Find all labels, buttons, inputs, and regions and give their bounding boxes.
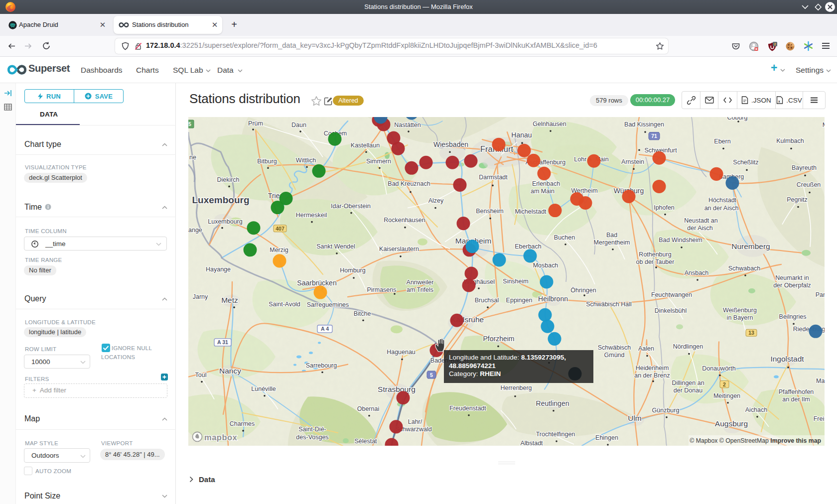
svg-text:Merzig: Merzig (270, 247, 288, 253)
svg-text:am Trifels: am Trifels (407, 286, 433, 293)
svg-text:Neumarkt in: Neumarkt in (775, 274, 809, 281)
svg-text:ne: ne (189, 154, 196, 161)
svg-text:Pirmasens: Pirmasens (367, 286, 397, 293)
svg-text:Heidenheim: Heidenheim (636, 365, 669, 372)
svg-text:Wiesbaden: Wiesbaden (433, 140, 468, 148)
svg-text:Hermeskeil: Hermeskeil (296, 212, 327, 219)
svg-text:Heilbronn: Heilbronn (538, 295, 568, 303)
svg-text:der Aisch: der Aisch (687, 225, 712, 232)
svg-text:Eppingen: Eppingen (506, 297, 533, 304)
svg-text:Strasbourg: Strasbourg (378, 385, 416, 393)
svg-text:Metz: Metz (221, 296, 238, 304)
svg-text:Mergentheim: Mergentheim (594, 239, 630, 246)
svg-text:Homburg: Homburg (340, 267, 365, 274)
svg-text:Trochtelfingen: Trochtelfingen (536, 431, 575, 438)
svg-text:Obernai: Obernai (357, 405, 379, 412)
svg-text:Lahr/: Lahr/ (408, 418, 422, 425)
svg-text:Günzburg: Günzburg (652, 407, 680, 414)
svg-text:Buchen: Buchen (554, 234, 575, 241)
svg-text:Haguenau: Haguenau (387, 349, 416, 356)
svg-text:an der Aisch: an der Aisch (704, 205, 739, 212)
svg-text:Sankt Wendel: Sankt Wendel (316, 243, 355, 250)
svg-text:Lunéville: Lunéville (251, 385, 276, 392)
svg-text:Nastätten: Nastätten (394, 122, 420, 128)
svg-text:Idar-Oberstein: Idar-Oberstein (331, 203, 371, 210)
svg-text:Bruchsal: Bruchsal (475, 297, 499, 304)
svg-text:Ansbach: Ansbach (685, 269, 709, 276)
svg-text:Ingolstadt: Ingolstadt (770, 355, 804, 363)
svg-text:Bad Windsheim: Bad Windsheim (659, 237, 702, 244)
svg-text:ob der Tauber: ob der Tauber (636, 258, 675, 265)
svg-text:Meitingen: Meitingen (713, 392, 740, 399)
svg-text:Gmünd: Gmünd (604, 352, 625, 359)
svg-text:Prüm: Prüm (248, 120, 263, 127)
svg-text:Herrenberg: Herrenberg (500, 384, 532, 391)
svg-text:Iphofen: Iphofen (654, 204, 675, 211)
svg-text:an der Ilm: an der Ilm (782, 396, 810, 403)
svg-text:des-Vosges: des-Vosges (296, 434, 328, 441)
svg-text:Erlenbach: Erlenbach (532, 180, 560, 187)
svg-text:Bad Kissingen: Bad Kissingen (624, 121, 664, 128)
svg-text:5: 5 (430, 372, 433, 378)
svg-text:Bitburg: Bitburg (257, 158, 277, 165)
svg-text:Creußen: Creußen (797, 181, 821, 188)
svg-text:Darmstadt: Darmstadt (479, 174, 508, 181)
svg-text:Pfaffenhofen: Pfaffenhofen (779, 388, 814, 395)
svg-text:Arnstein: Arnstein (621, 158, 644, 165)
svg-text:Rothenburg: Rothenburg (639, 251, 671, 258)
svg-text:Gelnhausen: Gelnhausen (533, 121, 566, 127)
svg-text:Scheßlitz: Scheßlitz (733, 159, 758, 166)
svg-text:2: 2 (774, 42, 776, 46)
svg-text:Schwäbisch: Schwäbisch (598, 344, 631, 351)
svg-text:Bayreuth: Bayreuth (792, 164, 817, 171)
svg-text:der Donau: der Donau (674, 387, 702, 394)
svg-text:Bad Kreuznach: Bad Kreuznach (388, 180, 430, 187)
svg-text:Charmes: Charmes (230, 420, 255, 427)
svg-text:Nördlingen: Nördlingen (673, 343, 703, 350)
svg-text:Alzey: Alzey (428, 197, 444, 204)
svg-text:Sarreguemines: Sarreguemines (307, 301, 349, 308)
svg-text:Michelstadt: Michelstadt (515, 208, 547, 215)
svg-text:Neustadt an: Neustadt an (684, 217, 717, 224)
svg-text:der Oberpfalz: der Oberpfalz (773, 282, 811, 289)
svg-text:am Main: am Main (531, 188, 555, 195)
svg-text:Höchstadt: Höchstadt (708, 197, 737, 204)
svg-text:Bensheim: Bensheim (476, 208, 504, 215)
svg-text:Diekirch: Diekirch (217, 176, 239, 183)
svg-text:in Bayern: in Bayern (727, 314, 753, 321)
svg-text:Daun: Daun (291, 122, 306, 128)
svg-text:Dinkelsbühl: Dinkelsbühl (655, 307, 687, 314)
svg-text:13: 13 (748, 330, 754, 336)
svg-text:Bitche: Bitche (354, 310, 371, 317)
svg-text:Sélestat: Sélestat (354, 438, 377, 445)
svg-text:A 31: A 31 (217, 339, 228, 345)
svg-text:Öhringen: Öhringen (570, 287, 596, 294)
svg-text:Sarrebourg: Sarrebourg (306, 362, 337, 369)
svg-text:Feuchtwangen: Feuchtwangen (651, 291, 692, 298)
svg-text:Kastellaun: Kastellaun (351, 142, 380, 149)
svg-text:Luxembourg: Luxembourg (192, 194, 250, 205)
svg-text:2: 2 (723, 381, 726, 387)
svg-text:Mainb: Mainb (816, 378, 825, 384)
svg-text:Mosbach: Mosbach (533, 262, 558, 269)
svg-text:Kaiserslautern: Kaiserslautern (379, 246, 419, 252)
svg-text:© Mapbox © OpenStreetMap Impro: © Mapbox © OpenStreetMap Improve this ma… (690, 437, 821, 444)
svg-text:Bad: Bad (606, 232, 617, 239)
svg-text:Parsberg: Parsberg (816, 291, 825, 298)
svg-text:A 4: A 4 (321, 326, 329, 332)
svg-text:Saarbrücken: Saarbrücken (297, 279, 336, 287)
svg-text:Sinsheim: Sinsheim (503, 278, 528, 285)
svg-text:Eberbach: Eberbach (515, 243, 541, 250)
svg-text:Beilngries: Beilngries (779, 313, 807, 320)
svg-text:Luxembourg: Luxembourg (208, 218, 242, 225)
svg-text:Toul: Toul (195, 372, 207, 378)
svg-text:Wittlich: Wittlich (296, 157, 316, 164)
svg-text:Ebern: Ebern (714, 138, 730, 145)
svg-text:Hayange: Hayange (206, 266, 231, 273)
svg-text:Augsburg: Augsburg (715, 419, 748, 428)
svg-text:mapbox: mapbox (204, 433, 238, 442)
svg-text:Aichach: Aichach (745, 406, 767, 413)
svg-text:Nancy: Nancy (219, 367, 241, 375)
svg-text:x: x (778, 100, 780, 103)
svg-text:Münc: Münc (823, 122, 825, 128)
